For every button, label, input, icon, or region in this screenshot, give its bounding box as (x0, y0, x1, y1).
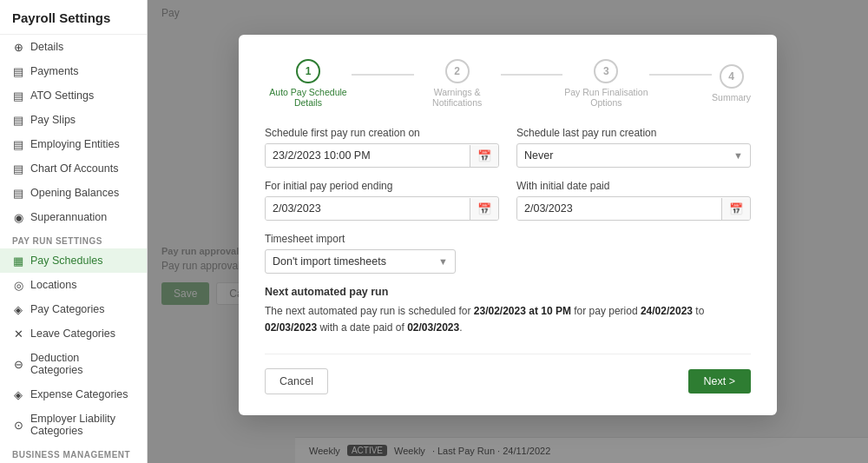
form-row-2: For initial pay period ending 📅 With ini… (265, 180, 751, 221)
calendar-icon-btn-2[interactable]: 📅 (470, 198, 498, 220)
initial-period-label: For initial pay period ending (265, 180, 499, 192)
stepper-circle-4: 4 (720, 64, 744, 89)
sidebar-item-pay-schedules[interactable]: ▦ Pay Schedules (0, 248, 147, 273)
stepper-circle-3: 3 (594, 59, 618, 83)
tag-icon: ◈ (12, 303, 24, 315)
stepper: 1 Auto Pay Schedule Details 2 Warnings &… (265, 59, 751, 108)
next-automated-text: The next automated pay run is scheduled … (265, 303, 751, 336)
stepper-label-3: Pay Run Finalisation Options (562, 87, 649, 108)
period-start: 24/02/2023 (641, 305, 693, 317)
stepper-circle-2: 2 (445, 59, 470, 83)
period-end: 02/03/2023 (265, 321, 317, 334)
form-row-3: Timesheet import Don't import timesheets… (265, 233, 751, 274)
stepper-step-1: 1 Auto Pay Schedule Details (265, 59, 352, 108)
date-paid: 02/03/2023 (407, 321, 459, 334)
sidebar-item-chart-of-accounts[interactable]: ▤ Chart Of Accounts (0, 156, 147, 181)
stepper-line-2 (501, 74, 563, 76)
file-icon: ▤ (12, 89, 24, 102)
calendar-icon-btn-3[interactable]: 📅 (721, 198, 750, 220)
sidebar-item-employing-entities[interactable]: ▤ Employing Entities (0, 132, 147, 156)
sidebar-item-ato-settings[interactable]: ▤ ATO Settings (0, 83, 147, 108)
initial-date-paid-input-wrapper: 📅 (516, 196, 751, 221)
app-container: Payroll Settings ⊕ Details ▤ Payments ▤ … (0, 0, 868, 463)
sidebar-item-deduction-categories[interactable]: ⊖ Deduction Categories (0, 346, 147, 382)
form-group-initial-date-paid: With initial date paid 📅 (516, 180, 751, 221)
location-icon: ◎ (12, 279, 24, 291)
sidebar-item-pay-slips[interactable]: ▤ Pay Slips (0, 108, 147, 132)
chevron-down-icon: ▼ (727, 146, 750, 165)
form-group-schedule-last: Schedule last pay run creation Never On … (516, 127, 751, 168)
schedule-last-select-wrapper: Never On date After runs ▼ (516, 143, 751, 168)
stepper-label-1: Auto Pay Schedule Details (265, 87, 352, 108)
sidebar-title-text: Payroll Settings (12, 10, 110, 25)
sidebar-item-superannuation[interactable]: ◉ Superannuation (0, 205, 147, 229)
initial-date-paid-label: With initial date paid (516, 180, 751, 192)
sidebar-item-locations[interactable]: ◎ Locations (0, 273, 147, 297)
stepper-label-2: Warnings & Notifications (414, 87, 501, 108)
sidebar-item-employer-liability-categories[interactable]: ⊙ Employer Liability Categories (0, 407, 147, 443)
form-group-timesheet-import: Timesheet import Don't import timesheets… (265, 233, 751, 274)
schedule-last-label: Schedule last pay run creation (516, 127, 751, 139)
pay-run-settings-section: PAY RUN SETTINGS (0, 229, 147, 248)
sidebar-item-pay-categories[interactable]: ◈ Pay Categories (0, 297, 147, 321)
modal: 1 Auto Pay Schedule Details 2 Warnings &… (239, 35, 777, 415)
initial-period-input[interactable] (266, 197, 470, 220)
sidebar-item-opening-balances[interactable]: ▤ Opening Balances (0, 181, 147, 205)
modal-footer: Cancel Next > (265, 354, 751, 394)
business-management-section: BUSINESS MANAGEMENT (0, 443, 147, 462)
timesheet-chevron-icon: ▼ (431, 252, 455, 271)
alert-icon: ⊙ (12, 419, 24, 431)
next-automated-title: Next automated pay run (265, 286, 751, 298)
scale-icon: ▤ (12, 187, 24, 199)
main-content: Pay Pay run approval NOT CONFIGURED Pay … (148, 0, 868, 463)
sidebar-title: Payroll Settings (0, 0, 147, 35)
sidebar: Payroll Settings ⊕ Details ▤ Payments ▤ … (0, 0, 148, 463)
sidebar-item-leave-categories[interactable]: ✕ Leave Categories (0, 321, 147, 346)
calendar-icon-btn-1[interactable]: 📅 (470, 145, 498, 167)
stepper-step-2: 2 Warnings & Notifications (414, 59, 501, 108)
initial-period-input-wrapper: 📅 (265, 196, 499, 221)
next-automated-section: Next automated pay run The next automate… (265, 286, 751, 336)
minus-circle-icon: ⊖ (12, 358, 24, 370)
timesheet-import-select-wrapper: Don't import timesheets Import timesheet… (265, 249, 456, 274)
next-button[interactable]: Next > (688, 369, 751, 394)
stepper-line-1 (352, 74, 414, 76)
form-group-initial-period: For initial pay period ending 📅 (265, 180, 499, 221)
file-text-icon: ▤ (12, 114, 24, 126)
stepper-step-4: 4 Summary (712, 64, 751, 103)
stepper-circle-1: 1 (296, 59, 320, 83)
initial-date-paid-input[interactable] (517, 197, 721, 220)
stepper-label-4: Summary (712, 92, 751, 103)
modal-overlay: 1 Auto Pay Schedule Details 2 Warnings &… (148, 0, 868, 463)
x-circle-icon: ✕ (12, 327, 24, 340)
sidebar-item-payments[interactable]: ▤ Payments (0, 59, 147, 83)
stepper-line-3 (649, 74, 712, 76)
briefcase-icon: ▤ (12, 138, 24, 150)
form-row-1: Schedule first pay run creation on 📅 Sch… (265, 127, 751, 168)
calendar-icon: ▦ (12, 255, 24, 267)
circle-plus-icon: ⊕ (12, 41, 24, 53)
receipt-icon: ◈ (12, 388, 24, 400)
schedule-last-select[interactable]: Never On date After runs (517, 144, 727, 167)
automated-datetime: 23/02/2023 at 10 PM (474, 305, 571, 317)
timesheet-import-label: Timesheet import (265, 233, 751, 245)
form-group-schedule-first: Schedule first pay run creation on 📅 (265, 127, 499, 168)
credit-card-icon: ▤ (12, 65, 24, 77)
timesheet-import-select[interactable]: Don't import timesheets Import timesheet… (266, 250, 431, 273)
schedule-first-input[interactable] (266, 144, 470, 167)
schedule-first-label: Schedule first pay run creation on (265, 127, 499, 139)
bar-chart-icon: ▤ (12, 162, 24, 175)
shield-icon: ◉ (12, 211, 24, 223)
cancel-button[interactable]: Cancel (265, 368, 328, 394)
schedule-first-input-wrapper: 📅 (265, 143, 499, 168)
stepper-step-3: 3 Pay Run Finalisation Options (562, 59, 649, 108)
sidebar-item-details[interactable]: ⊕ Details (0, 35, 147, 59)
sidebar-item-expense-categories[interactable]: ◈ Expense Categories (0, 382, 147, 407)
